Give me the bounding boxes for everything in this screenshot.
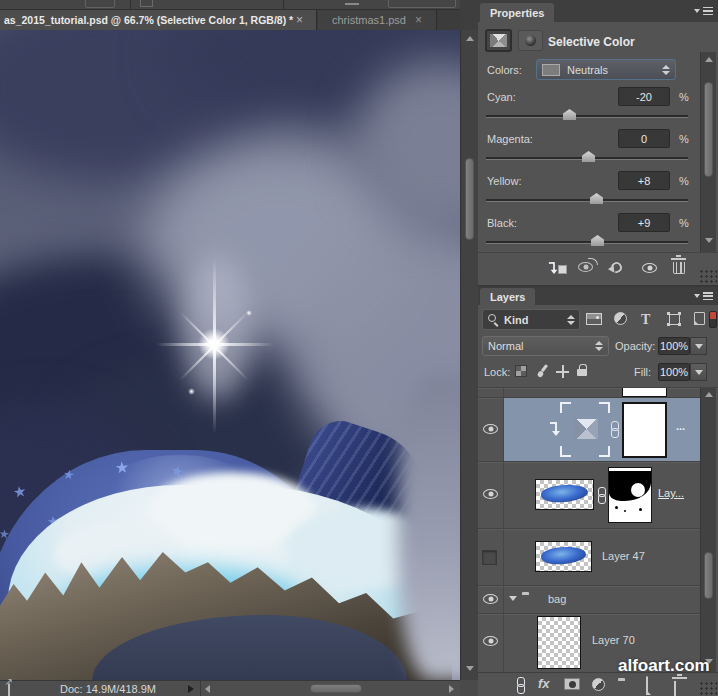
filter-type-layers-button[interactable]: T — [641, 310, 650, 328]
canvas-horizontal-scrollbar[interactable] — [201, 681, 460, 696]
clip-to-layer-button[interactable] — [548, 261, 568, 277]
colors-dropdown[interactable]: Neutrals — [536, 59, 676, 80]
layer-thumbnail[interactable] — [537, 616, 581, 669]
scrollbar-thumb[interactable] — [310, 684, 362, 693]
layers-scrollbar[interactable] — [700, 388, 716, 672]
group-expand-icon[interactable] — [509, 596, 517, 601]
selective-color-layer-icon[interactable] — [574, 419, 598, 439]
yellow-slider-thumb[interactable] — [590, 193, 603, 204]
visibility-toggle[interactable] — [483, 424, 498, 434]
blend-mode-value: Normal — [488, 340, 594, 352]
layer-row-adjustment[interactable]: ... — [478, 398, 700, 461]
star-decoration — [0, 527, 10, 540]
cyan-slider-thumb[interactable] — [563, 109, 576, 120]
black-slider[interactable] — [486, 241, 688, 243]
layer-thumbnail[interactable] — [535, 541, 592, 572]
magenta-slider[interactable] — [486, 157, 688, 159]
tab-properties[interactable]: Properties — [480, 3, 554, 22]
panel-menu-icon[interactable] — [694, 291, 713, 302]
view-previous-state-button[interactable] — [578, 262, 600, 276]
filter-adjustment-layers-button[interactable] — [614, 312, 627, 325]
magenta-value: 0 — [641, 133, 647, 145]
scroll-up-icon[interactable] — [705, 392, 713, 397]
lock-pixels-button[interactable] — [536, 364, 549, 378]
fx-icon[interactable]: fx — [538, 676, 550, 691]
scrollbar-thumb[interactable] — [465, 158, 474, 240]
visibility-button[interactable] — [642, 263, 657, 273]
scroll-up-icon[interactable] — [466, 36, 474, 41]
cyan-slider[interactable] — [486, 115, 688, 117]
magenta-value-input[interactable]: 0 — [618, 129, 670, 148]
magenta-slider-thumb[interactable] — [582, 151, 595, 162]
layers-tab-label: Layers — [490, 291, 525, 303]
lock-all-button[interactable] — [577, 364, 587, 377]
mask-properties-button[interactable] — [518, 30, 543, 51]
sparkle-dot — [188, 388, 195, 395]
selective-color-button[interactable] — [485, 29, 512, 52]
scroll-up-icon[interactable] — [705, 57, 713, 62]
black-slider-thumb[interactable] — [591, 235, 604, 246]
tab-layers[interactable]: Layers — [480, 288, 535, 305]
cyan-value-input[interactable]: -20 — [618, 87, 670, 106]
status-popup-arrow-icon[interactable] — [188, 685, 194, 693]
panel-resize-grip[interactable] — [699, 681, 717, 695]
properties-scrollbar[interactable] — [700, 52, 716, 252]
fill-value: 100% — [660, 366, 688, 378]
scroll-right-icon[interactable] — [449, 685, 454, 693]
opacity-value-input[interactable]: 100% — [658, 337, 690, 355]
black-value: +9 — [638, 217, 651, 229]
opacity-dropdown-button[interactable] — [690, 337, 707, 355]
eye-icon — [483, 594, 498, 604]
kind-filter-dropdown[interactable]: Kind — [482, 309, 580, 330]
add-mask-icon[interactable] — [564, 678, 580, 690]
layer-name[interactable]: Lay... — [658, 487, 684, 499]
scrollbar-thumb[interactable] — [704, 552, 713, 599]
layer-thumbnail[interactable] — [535, 479, 594, 510]
layer-name[interactable]: Layer 70 — [592, 634, 635, 646]
lock-transparency-button[interactable] — [515, 365, 527, 377]
fill-value-input[interactable]: 100% — [658, 363, 690, 381]
filter-shape-layers-button[interactable] — [669, 314, 680, 325]
scroll-down-icon[interactable] — [466, 666, 474, 671]
fill-dropdown-button[interactable] — [690, 363, 707, 381]
layer-name[interactable]: Layer 47 — [602, 550, 645, 562]
tab-inactive-document[interactable]: christmas1.psd × — [318, 10, 437, 30]
blend-mode-dropdown[interactable]: Normal — [482, 336, 609, 356]
tab-active-document[interactable]: as_2015_tutorial.psd @ 66.7% (Selective … — [0, 10, 317, 30]
visibility-toggle[interactable] — [483, 636, 498, 646]
scroll-left-icon[interactable] — [205, 685, 210, 693]
layer-mask-thumbnail[interactable] — [622, 402, 667, 458]
filter-smart-objects-button[interactable] — [694, 312, 705, 325]
lock-position-button[interactable] — [556, 365, 569, 378]
add-adjustment-icon[interactable] — [592, 678, 605, 691]
visibility-toggle[interactable] — [483, 594, 498, 604]
delete-layer-icon[interactable] — [674, 681, 676, 696]
filter-toggle-switch[interactable] — [709, 311, 717, 328]
canvas-vertical-scrollbar[interactable] — [460, 30, 478, 680]
new-layer-icon[interactable] — [646, 676, 648, 695]
visibility-toggle[interactable] — [482, 550, 497, 565]
share-icon[interactable] — [8, 683, 10, 696]
close-icon[interactable]: × — [296, 13, 303, 27]
visibility-toggle[interactable] — [483, 489, 498, 499]
scrollbar-thumb[interactable] — [704, 82, 713, 177]
yellow-value-input[interactable]: +8 — [618, 171, 670, 190]
mask-art-dot — [615, 506, 618, 509]
close-icon[interactable]: × — [415, 13, 422, 27]
kind-filter-value: Kind — [504, 314, 566, 326]
layer-name[interactable]: bag — [548, 593, 566, 605]
panel-resize-grip[interactable] — [699, 269, 717, 283]
canvas[interactable] — [0, 30, 460, 680]
reset-button[interactable] — [611, 262, 622, 273]
black-value-input[interactable]: +9 — [618, 213, 670, 232]
layer-row-group-bag[interactable]: bag — [478, 586, 700, 613]
layer-mask-thumbnail[interactable] — [608, 467, 652, 523]
layer-row-layer47[interactable]: Layer 47 — [478, 529, 700, 585]
filter-pixel-layers-button[interactable] — [586, 313, 602, 325]
layer-row-masked[interactable]: Lay... — [478, 462, 700, 528]
scroll-down-icon[interactable] — [705, 238, 713, 243]
panel-menu-icon[interactable] — [694, 6, 713, 17]
yellow-slider[interactable] — [486, 199, 688, 201]
layer-name[interactable]: ... — [676, 420, 685, 432]
delete-button[interactable] — [673, 262, 685, 274]
